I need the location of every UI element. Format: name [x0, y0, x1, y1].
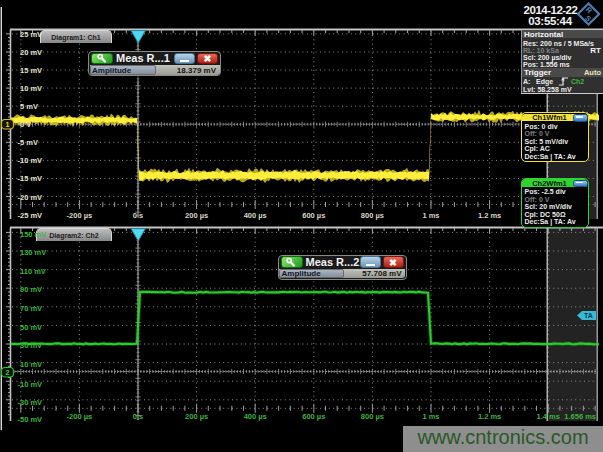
- svg-text:2: 2: [6, 369, 10, 376]
- svg-text:TA: TA: [584, 312, 593, 319]
- svg-text:1: 1: [6, 121, 10, 128]
